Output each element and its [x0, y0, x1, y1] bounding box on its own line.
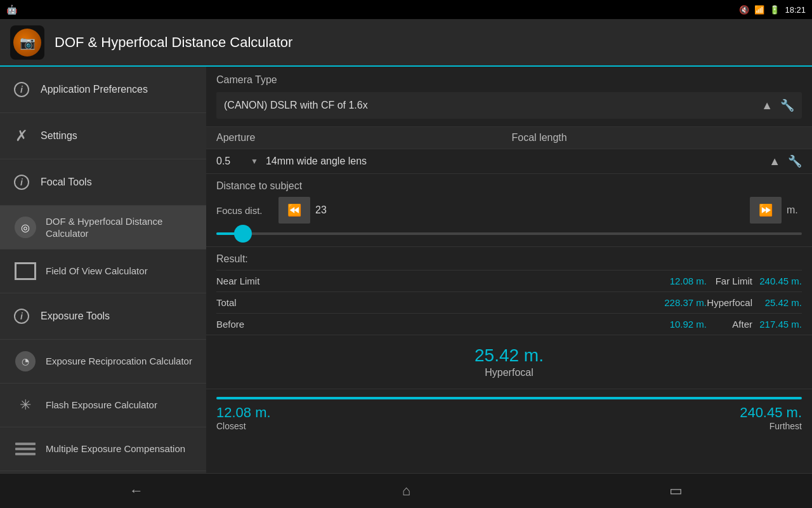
- slider-thumb[interactable]: [234, 225, 252, 243]
- sidebar-item-settings[interactable]: ✗ Settings: [0, 113, 206, 159]
- sidebar-item-exposure-tools[interactable]: i Exposure Tools: [0, 293, 206, 340]
- focal-wrench-icon[interactable]: 🔧: [788, 154, 802, 168]
- android-icon: 🤖: [6, 4, 17, 15]
- status-bar: 🤖 🔇 📶 🔋 18:21: [0, 0, 812, 19]
- app-title: DOF & Hyperfocal Distance Calculator: [55, 34, 292, 51]
- closest-label: Closest: [216, 421, 271, 431]
- info-icon-preferences: i: [10, 78, 33, 101]
- app-logo-inner: 📷: [13, 29, 41, 57]
- flash-exposure-label: Flash Exposure Calculator: [46, 399, 157, 411]
- hyperfocal-result-value: 25.42 m.: [757, 297, 802, 308]
- settings-label: Settings: [41, 130, 77, 142]
- sidebar-item-multiple-exposure[interactable]: Multiple Exposure Compensation: [0, 427, 206, 471]
- home-icon: ⌂: [402, 483, 410, 499]
- near-limit-value: 12.08 m.: [656, 276, 707, 286]
- result-row-near-limit: Near Limit 12.08 m. Far Limit 240.45 m.: [216, 270, 802, 291]
- furthest-value: 240.45 m.: [740, 404, 802, 421]
- nav-bar: ← ⌂ ▭: [0, 473, 812, 508]
- closest-value: 12.08 m.: [216, 404, 271, 421]
- distance-title: Distance to subject: [216, 180, 802, 192]
- content-panel: Camera Type (CANON) DSLR with CF of 1.6x…: [206, 67, 812, 508]
- hyperfocal-big-label: Hyperfocal: [216, 367, 802, 378]
- dof-calculator-label: DOF & Hyperfocal Distance Calculator: [46, 215, 196, 240]
- camera-type-icons: ▲ 🔧: [761, 98, 794, 112]
- battery-icon: 🔋: [769, 5, 780, 15]
- near-limit-label: Near Limit: [216, 276, 656, 286]
- forward-button[interactable]: ⏩: [750, 197, 782, 224]
- sidebar-item-app-preferences[interactable]: i Application Preferences: [0, 67, 206, 113]
- distance-unit: m.: [787, 204, 802, 216]
- lens-icons: ▲ 🔧: [769, 154, 802, 168]
- distance-bar-section: 12.08 m. Closest 240.45 m. Furthest: [206, 389, 812, 439]
- sidebar-item-dof-calculator[interactable]: ◎ DOF & Hyperfocal Distance Calculator: [0, 206, 206, 250]
- sidebar-item-exposure-reciprocation[interactable]: ◔ Exposure Reciprocation Calculator: [0, 340, 206, 384]
- app-preferences-label: Application Preferences: [41, 84, 148, 95]
- rewind-button[interactable]: ⏪: [278, 197, 310, 224]
- flash-icon: ✳: [13, 392, 38, 418]
- info-icon-focal: i: [10, 171, 33, 194]
- mute-icon: 🔇: [739, 5, 749, 15]
- total-label: Total: [216, 297, 656, 308]
- focal-length-value: 14mm wide angle lens: [261, 156, 769, 167]
- distance-endpoints: 12.08 m. Closest 240.45 m. Furthest: [216, 404, 802, 431]
- hyperfocal-result-label: Hyperfocal: [707, 297, 757, 308]
- focus-slider[interactable]: [216, 230, 802, 240]
- after-label: After: [707, 319, 757, 330]
- signal-icon[interactable]: ▲: [761, 99, 773, 112]
- multiple-exposure-label: Multiple Exposure Compensation: [46, 443, 185, 455]
- distance-bar: [216, 397, 802, 399]
- result-title: Result:: [216, 253, 802, 265]
- exposure-reciprocation-label: Exposure Reciprocation Calculator: [46, 355, 192, 368]
- fov-icon: [13, 258, 38, 284]
- aperture-header-label: Aperture: [216, 132, 507, 144]
- after-value: 217.45 m.: [757, 319, 802, 330]
- focus-value: 23: [315, 204, 745, 216]
- fov-calculator-label: Field Of View Calculator: [46, 265, 148, 277]
- camera-type-title: Camera Type: [216, 74, 802, 86]
- aperture-triangle-icon: ▼: [251, 157, 258, 166]
- dof-icon: ◎: [13, 215, 38, 240]
- focal-tools-label: Focal Tools: [41, 177, 92, 188]
- furthest-label: Furthest: [740, 421, 802, 431]
- before-label: Before: [216, 319, 656, 330]
- result-row-total: Total 228.37 m. Hyperfocal 25.42 m.: [216, 291, 802, 313]
- wrench-icon: ✗: [10, 124, 33, 147]
- home-button[interactable]: ⌂: [377, 478, 436, 504]
- wifi-icon: 📶: [754, 5, 764, 15]
- shutter-icon: ◔: [13, 349, 38, 374]
- focal-length-header-label: Focal length: [507, 132, 802, 144]
- exposure-tools-label: Exposure Tools: [41, 311, 110, 322]
- closest-distance: 12.08 m. Closest: [216, 404, 271, 431]
- layers-icon: [13, 436, 38, 462]
- distance-section: Distance to subject Focus dist. ⏪ 23 ⏩ m…: [206, 174, 812, 247]
- focus-row: Focus dist. ⏪ 23 ⏩ m.: [216, 197, 802, 224]
- sidebar-item-fov-calculator[interactable]: Field Of View Calculator: [0, 250, 206, 293]
- recent-button[interactable]: ▭: [644, 478, 708, 504]
- settings-wrench-icon[interactable]: 🔧: [780, 98, 794, 112]
- camera-type-row[interactable]: (CANON) DSLR with CF of 1.6x ▲ 🔧: [216, 92, 802, 119]
- camera-type-value: (CANON) DSLR with CF of 1.6x: [224, 100, 761, 111]
- title-bar: 📷 DOF & Hyperfocal Distance Calculator: [0, 19, 812, 67]
- recent-icon: ▭: [669, 483, 683, 499]
- main-layout: i Application Preferences ✗ Settings i F…: [0, 67, 812, 508]
- aperture-value: 0.5: [216, 156, 248, 167]
- slider-track: [216, 232, 802, 235]
- camera-type-section: Camera Type (CANON) DSLR with CF of 1.6x…: [206, 67, 812, 127]
- before-value: 10.92 m.: [656, 319, 707, 330]
- result-row-before: Before 10.92 m. After 217.45 m.: [216, 313, 802, 335]
- far-limit-label: Far Limit: [707, 276, 757, 286]
- far-limit-value: 240.45 m.: [757, 276, 802, 286]
- info-icon-exposure: i: [10, 305, 33, 328]
- hyperfocal-display: 25.42 m. Hyperfocal: [206, 335, 812, 389]
- app-logo: 📷: [10, 25, 44, 60]
- sidebar-item-focal-tools[interactable]: i Focal Tools: [0, 159, 206, 206]
- focal-signal-icon[interactable]: ▲: [769, 155, 780, 168]
- focus-label: Focus dist.: [216, 205, 273, 216]
- back-button[interactable]: ←: [104, 478, 169, 504]
- furthest-distance: 240.45 m. Furthest: [740, 404, 802, 431]
- sidebar-item-flash-exposure[interactable]: ✳ Flash Exposure Calculator: [0, 384, 206, 427]
- aperture-focal-header: Aperture Focal length: [206, 127, 812, 149]
- hyperfocal-big-value: 25.42 m.: [216, 345, 802, 366]
- total-value: 228.37 m.: [656, 297, 707, 308]
- back-icon: ←: [129, 483, 143, 499]
